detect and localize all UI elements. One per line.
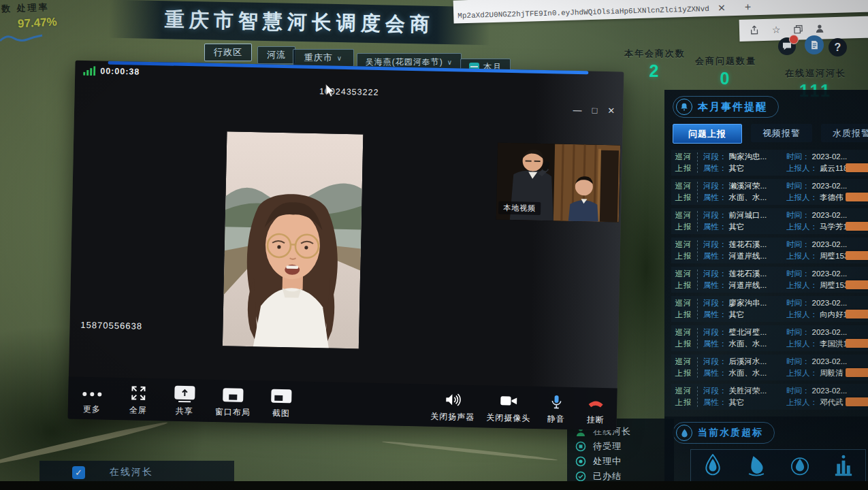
event-row[interactable]: 巡河上报 河段：关胜河荣... 属性：其它 时间：2023-02... 上报人：…: [671, 384, 868, 410]
call-status: 00:00:38: [83, 66, 140, 77]
event-panel-title: 本月事件提醒: [698, 101, 767, 114]
time: 2023-02...: [812, 182, 848, 190]
filter-city-select[interactable]: 重庆市∨: [293, 49, 354, 67]
help-button[interactable]: ?: [829, 38, 847, 56]
event-tag: 巡河上报: [673, 327, 694, 349]
row-action-button[interactable]: [846, 222, 868, 231]
row-divider: [697, 270, 698, 290]
event-tabs: 问题上报 视频报警 水质报警: [673, 124, 868, 144]
hangup-button[interactable]: 挂断: [580, 393, 612, 426]
pip-label: 本地视频: [498, 201, 541, 215]
water-droplet-icon[interactable]: [790, 454, 810, 477]
row-divider: [697, 328, 698, 348]
notification-badge: [789, 35, 799, 44]
row-divider: [697, 357, 698, 378]
row-action-button[interactable]: [846, 163, 868, 172]
attribute: 河道岸线...: [729, 281, 767, 289]
attribute: 水面、水...: [729, 193, 767, 201]
event-row[interactable]: 巡河上报 河段：陶家沟忠... 属性：其它 时间：2023-02... 上报人：…: [671, 150, 868, 176]
report-button[interactable]: [805, 35, 824, 54]
question-mark-icon: ?: [835, 42, 841, 54]
message-button[interactable]: [778, 37, 796, 55]
event-tag: 巡河上报: [673, 268, 694, 291]
row-action-button[interactable]: [846, 339, 868, 348]
event-row[interactable]: 巡河上报 河段：璧北河璧... 属性：水面、水... 时间：2023-02...…: [671, 325, 868, 351]
row-action-button[interactable]: [846, 251, 868, 260]
row-action-button[interactable]: [846, 193, 868, 201]
row-action-button[interactable]: [846, 368, 868, 377]
chat-icon: [782, 42, 792, 50]
signal-bars-icon: [83, 66, 95, 76]
time: 2023-02...: [812, 387, 848, 395]
hangup-icon: [587, 393, 605, 412]
event-row[interactable]: 巡河上报 河段：莲花石溪... 属性：河道岸线... 时间：2023-02...…: [671, 267, 868, 293]
event-tag: 巡河上报: [673, 239, 694, 261]
remote-video-image: [223, 131, 364, 348]
mini-chart-wave-icon: [0, 29, 48, 46]
bookmark-star-icon[interactable]: ☆: [771, 24, 782, 35]
more-button[interactable]: 更多: [76, 383, 108, 416]
browser-toolbar: ☆: [739, 16, 868, 42]
event-row[interactable]: 巡河上报 河段：莲花石溪... 属性：河道岸线... 时间：2023-02...…: [671, 238, 868, 263]
event-row[interactable]: 巡河上报 河段：后溪河水... 属性：水面、水... 时间：2023-02...…: [671, 355, 868, 380]
browser-window-icon[interactable]: [792, 23, 803, 34]
maximize-button[interactable]: □: [592, 105, 597, 116]
share-page-icon[interactable]: [749, 24, 760, 35]
water-droplet-icon[interactable]: [703, 454, 723, 477]
processing-marker-icon: [575, 456, 586, 467]
time: 2023-02...: [812, 299, 848, 307]
event-row[interactable]: 巡河上报 河段：廖家沟串... 属性：其它 时间：2023-02... 上报人：…: [671, 296, 868, 322]
row-divider: [697, 152, 698, 173]
event-tag: 巡河上报: [673, 356, 694, 378]
camera-icon: [500, 392, 518, 410]
camera-off-button[interactable]: 关闭摄像头: [485, 391, 533, 424]
row-divider: [697, 211, 698, 231]
attribute: 其它: [729, 310, 745, 318]
close-button[interactable]: ✕: [607, 105, 615, 116]
row-divider: [697, 240, 698, 261]
time: 2023-02...: [812, 328, 848, 336]
minimize-button[interactable]: —: [573, 105, 581, 115]
event-tag: 巡河上报: [673, 210, 694, 232]
water-quality-stations: [690, 449, 866, 482]
microphone-icon: [549, 393, 564, 410]
mute-button[interactable]: 静音: [541, 393, 573, 425]
tab-water-alarm[interactable]: 水质报警: [821, 124, 868, 142]
time: 2023-02...: [812, 152, 848, 161]
row-action-button[interactable]: [846, 397, 868, 406]
legend-processing[interactable]: 处理中: [575, 454, 674, 469]
profile-icon[interactable]: [814, 22, 825, 33]
monitoring-station-icon[interactable]: [833, 454, 854, 477]
screen-bezel: [0, 481, 868, 490]
event-row[interactable]: 巡河上报 河段：濑溪河荣... 属性：水面、水... 时间：2023-02...…: [671, 179, 868, 205]
tab-close-button[interactable]: ✕: [718, 2, 726, 13]
attribute: 其它: [729, 398, 745, 406]
row-divider: [697, 182, 698, 202]
filter-admin-region[interactable]: 行政区: [204, 44, 252, 61]
online-chief-checkbox[interactable]: ✓: [72, 466, 85, 479]
event-tag: 巡河上报: [673, 385, 694, 408]
new-tab-button[interactable]: +: [745, 1, 752, 13]
window-layout-button[interactable]: 窗口布局: [215, 386, 251, 419]
attribute: 河道岸线...: [729, 252, 767, 260]
event-row[interactable]: 巡河上报 河段：前河城口... 属性：其它 时间：2023-02... 上报人：…: [671, 208, 868, 234]
river-segment: 璧北河璧...: [729, 328, 767, 336]
fullscreen-button[interactable]: 全屏: [123, 384, 155, 416]
share-button[interactable]: 共享: [169, 385, 201, 418]
completed-marker-icon: [575, 471, 586, 482]
time: 2023-02...: [812, 270, 848, 278]
row-action-button[interactable]: [846, 280, 868, 289]
row-action-button[interactable]: [846, 310, 868, 318]
tab-problem-report[interactable]: 问题上报: [673, 124, 742, 144]
row-divider: [697, 299, 698, 319]
screenshot-button[interactable]: 截图: [266, 387, 298, 420]
speaker-off-button[interactable]: 关闭扬声器: [429, 391, 477, 423]
event-tag: 巡河上报: [673, 297, 694, 320]
fullscreen-icon: [130, 384, 147, 402]
water-droplet-icon[interactable]: [746, 454, 767, 477]
filter-river[interactable]: 河流: [257, 46, 295, 64]
banner: 重庆市智慧河长调度会商: [109, 0, 491, 45]
tab-video-alarm[interactable]: 视频报警: [751, 124, 812, 142]
legend-pending[interactable]: 待受理: [575, 439, 674, 454]
share-icon: [174, 385, 195, 404]
